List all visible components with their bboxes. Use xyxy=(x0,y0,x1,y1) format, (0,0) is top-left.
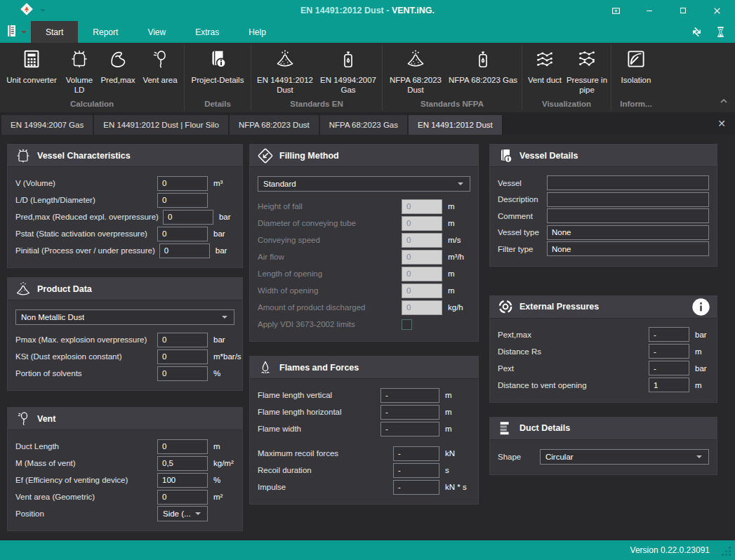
dropdown-position[interactable]: Side (... xyxy=(157,506,208,521)
input-recoil-duration[interactable] xyxy=(393,463,439,478)
app-logo-icon[interactable] xyxy=(19,1,34,20)
input-description[interactable] xyxy=(547,192,709,207)
input-length-of-opening[interactable] xyxy=(402,267,442,281)
input-distance-to-vent-opening[interactable] xyxy=(649,378,689,392)
hourglass-icon[interactable] xyxy=(715,25,727,39)
input-pext-max[interactable] xyxy=(649,327,689,342)
ribbon-group-label: Details xyxy=(187,97,249,112)
input-v-volume[interactable] xyxy=(157,176,208,191)
ribbon-item-isolation[interactable]: Isolation xyxy=(614,46,658,86)
input-vessel[interactable] xyxy=(547,175,709,190)
input-impulse[interactable] xyxy=(393,480,439,495)
input-portion-of-solvents[interactable] xyxy=(157,366,208,381)
dropdown-standard[interactable]: Standard xyxy=(258,176,470,192)
minimize-icon[interactable] xyxy=(641,3,658,18)
unit-label: m/s xyxy=(442,236,470,244)
close-icon[interactable]: ✕ xyxy=(717,119,726,128)
input-vessel-type[interactable] xyxy=(547,225,709,240)
field-label-flame-length-vertical: Flame length vertical xyxy=(258,391,380,399)
menu-item-view[interactable]: View xyxy=(133,21,180,43)
field-label-pext-max: Pext,max xyxy=(498,331,649,339)
input-comment[interactable] xyxy=(547,208,709,223)
input-kst-dust-explosion-constant[interactable] xyxy=(157,349,208,364)
checkbox-apply-vdi-3673-2002-limits[interactable] xyxy=(402,319,412,330)
ribbon-item-label: Pred,max xyxy=(100,76,135,86)
field-label-pred-max-reduced-expl-overpressure: Pred,max (Reduced expl. overpressure) xyxy=(15,213,163,221)
application-menu-button[interactable] xyxy=(0,21,31,43)
input-vent-area-geometric[interactable] xyxy=(157,490,208,505)
input-pinitial-process-over-under-pressure[interactable] xyxy=(159,244,210,258)
field-label-apply-vdi-3673-2002-limits: Apply VDI 3673-2002 limits xyxy=(258,320,402,328)
swap-arrows-icon[interactable] xyxy=(690,25,703,39)
ribbon-group-label: Visualization xyxy=(524,97,609,112)
chevron-down-icon[interactable] xyxy=(40,9,46,12)
input-flame-length-vertical[interactable] xyxy=(380,388,439,403)
input-amount-of-product-discharged[interactable] xyxy=(402,300,442,315)
input-duct-length[interactable] xyxy=(157,439,208,454)
info-circle-icon[interactable] xyxy=(691,298,710,316)
input-diameter-of-conveying-tube[interactable] xyxy=(402,216,442,231)
input-pstat-static-activation-overpressure[interactable] xyxy=(157,227,208,241)
input-pred-max-reduced-expl-overpressure[interactable] xyxy=(163,210,213,225)
ribbon-item-volume-ld[interactable]: Volume LD xyxy=(61,46,98,95)
tab-en-14994-2007-gas[interactable]: EN 14994:2007 Gas xyxy=(1,115,93,135)
field-label-distance-rs: Distance Rs xyxy=(498,347,649,356)
maximize-icon[interactable] xyxy=(675,3,691,18)
ribbon-item-en-14491-dust[interactable]: EN 14491:2012 Dust xyxy=(253,46,317,95)
field-label-conveying-speed: Conveying speed xyxy=(258,236,402,244)
form-row: Pred,max (Reduced expl. overpressure)bar xyxy=(15,208,234,225)
input-height-of-fall[interactable] xyxy=(402,199,442,214)
menu-item-help[interactable]: Help xyxy=(234,21,281,43)
input-air-flow[interactable] xyxy=(402,250,442,265)
ribbon-item-unit-converter[interactable]: Unit converter xyxy=(2,46,61,86)
input-filter-type[interactable] xyxy=(547,241,709,256)
ribbon-item-pred-max[interactable]: Pred,max xyxy=(98,46,138,86)
vessel-icon xyxy=(69,48,90,72)
ribbon-item-vent-duct[interactable]: Vent duct xyxy=(524,46,565,86)
menu-item-start[interactable]: Start xyxy=(31,21,78,43)
dropdown-non-metallic-dust[interactable]: Non Metallic Dust xyxy=(15,309,234,325)
window-title-document: EN 14491:2012 Dust - xyxy=(300,6,392,15)
input-maximum-recoil-forces[interactable] xyxy=(393,446,439,461)
ribbon-item-project-details[interactable]: Project-Details xyxy=(187,46,249,86)
field-label-shape: Shape xyxy=(498,453,540,461)
flame-icon xyxy=(256,359,274,377)
panel-flames-and-forces: Flames and Forces Flame length verticalm… xyxy=(249,356,479,505)
ribbon-item-nfpa-gas[interactable]: NFPA 68:2023 Gas xyxy=(446,46,519,86)
field-label-length-of-opening: Length of opening xyxy=(258,269,402,278)
dock-window-icon[interactable] xyxy=(607,3,624,18)
input-conveying-speed[interactable] xyxy=(402,233,442,248)
ribbon-item-vent-area[interactable]: Vent area xyxy=(138,46,182,86)
input-flame-length-horizontal[interactable] xyxy=(380,405,439,420)
ribbon-item-pressure-in-pipe[interactable]: Pressure in pipe xyxy=(565,46,609,95)
input-width-of-opening[interactable] xyxy=(402,284,442,298)
tab-nfpa-68-2023-dust[interactable]: NFPA 68:2023 Dust xyxy=(230,115,319,135)
dropdown-shape[interactable]: Circular xyxy=(540,449,709,465)
panel-header: External Pressures xyxy=(490,296,717,319)
ribbon-item-en-14994-gas[interactable]: EN 14994:2007 Gas xyxy=(317,46,380,95)
tab-nfpa-68-2023-gas[interactable]: NFPA 68:2023 Gas xyxy=(320,115,407,135)
tab-en-14491-2012-dust[interactable]: EN 14491:2012 Dust xyxy=(409,115,502,135)
menu-item-extras[interactable]: Extras xyxy=(180,21,234,43)
panel-header: Vent xyxy=(8,408,242,430)
menu-item-report[interactable]: Report xyxy=(78,21,133,43)
tab-en-14491-2012-dust-flour-silo[interactable]: EN 14491:2012 Dust | Flour Silo xyxy=(94,115,228,135)
field-label-width-of-opening: Width of opening xyxy=(258,286,402,295)
unit-label: m xyxy=(439,425,470,433)
field-label-m-mass-of-vent: M (Mass of vent) xyxy=(15,459,157,467)
input-ef-efficiency-of-venting-device[interactable] xyxy=(157,473,208,488)
input-flame-width[interactable] xyxy=(380,422,439,436)
ribbon-item-nfpa-dust[interactable]: NFPA 68:2023 Dust xyxy=(385,46,446,95)
chevron-up-icon[interactable] xyxy=(720,93,727,106)
resize-grip-icon[interactable] xyxy=(729,554,731,556)
input-m-mass-of-vent[interactable] xyxy=(157,456,208,471)
form-row: Pstat (Static activation overpressure)ba… xyxy=(15,225,234,242)
input-distance-rs[interactable] xyxy=(649,344,689,359)
close-icon[interactable] xyxy=(708,3,725,18)
input-pmax-max-explosion-overpressure[interactable] xyxy=(157,333,208,347)
gauge-icon xyxy=(625,48,647,72)
dust-pile-icon xyxy=(14,280,32,298)
input-pext[interactable] xyxy=(649,361,689,375)
unit-label: kN * s xyxy=(439,483,470,491)
input-l-d-length-diameter[interactable] xyxy=(157,193,208,208)
